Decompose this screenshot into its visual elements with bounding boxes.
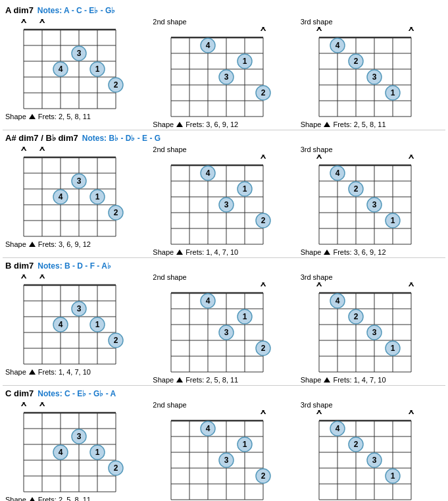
shape-word: Shape [5,240,26,248]
frets-text: Frets: 3, 6, 9, 12 [333,248,386,256]
svg-text:2: 2 [114,463,118,473]
svg-text:3: 3 [224,200,229,209]
svg-text:X: X [408,155,414,161]
svg-text:1: 1 [243,312,247,321]
svg-text:2: 2 [114,208,118,217]
svg-text:4: 4 [335,41,339,50]
diagram-footer: ShapeFrets: 3, 6, 9, 12 [5,240,91,248]
svg-text:3: 3 [77,304,82,313]
shape-word: Shape [5,368,26,376]
diagram-footer: ShapeFrets: 2, 5, 8, 11 [5,113,91,120]
svg-text:2: 2 [353,440,358,449]
diagram-footer: ShapeFrets: 2, 5, 8, 11 [301,120,386,128]
diagram-footer: ShapeFrets: 2, 5, 8, 11 [153,376,238,384]
chord-section-0: A dim7Notes: A - C - E♭ - G♭XX3142ShapeF… [3,3,445,130]
diagram-container: X4132 [153,155,297,247]
shape-block-1: 2nd shapeX4132ShapeFrets: 2, 5, 8, 11 [150,273,297,384]
svg-text:X: X [39,275,45,280]
svg-text:3: 3 [224,456,229,465]
svg-text:X: X [21,147,27,153]
svg-text:X: X [39,147,45,153]
chord-name: B dim7 [5,261,34,271]
svg-text:X: X [39,402,45,408]
diagram-container: X4132 [153,282,297,375]
arrow-up-icon [29,114,36,119]
frets-text: Frets: 2, 5, 8, 11 [333,120,386,128]
svg-text:X: X [21,19,27,25]
svg-text:1: 1 [95,65,100,74]
svg-text:1: 1 [95,320,100,329]
diagram-footer: ShapeFrets: 1, 4, 7, 10 [5,368,91,376]
arrow-up-icon [324,250,330,255]
chord-notes: Notes: A - C - E♭ - G♭ [37,6,115,15]
chord-header: B dim7Notes: B - D - F - A♭ [3,261,445,271]
chord-header: A# dim7 / B♭ dim7Notes: B♭ - D♭ - E - G [3,133,445,143]
svg-text:4: 4 [206,41,211,50]
svg-text:4: 4 [206,296,211,305]
shape-label: 3rd shape [301,401,333,409]
chord-section-3: C dim7Notes: C - E♭ - G♭ - AXX3142ShapeF… [3,386,445,501]
svg-text:4: 4 [59,320,63,329]
page: A dim7Notes: A - C - E♭ - G♭XX3142ShapeF… [0,0,448,501]
shape-block-2: 3rd shapeXX4231ShapeFrets: 3, 6, 9, 12 [298,145,445,256]
svg-text:X: X [316,27,322,33]
shape-label: 3rd shape [301,18,333,26]
diagram-container: XX3142 [5,275,150,367]
shape-word: Shape [153,120,174,128]
shape-word: Shape [301,248,322,256]
diagram-container: XX4231 [301,410,445,501]
svg-text:1: 1 [95,448,100,457]
shape-block-0: XX3142ShapeFrets: 2, 5, 8, 11 [3,401,150,501]
svg-text:3: 3 [77,49,82,58]
chord-header: C dim7Notes: C - E♭ - G♭ - A [3,388,445,398]
svg-text:2: 2 [353,57,358,66]
arrow-up-icon [324,122,330,127]
diagram-container: XX4231 [301,27,445,119]
arrow-up-icon [324,377,330,382]
frets-text: Frets: 3, 6, 9, 12 [38,240,91,248]
shapes-row: XX3142ShapeFrets: 3, 6, 9, 122nd shapeX4… [3,145,445,256]
svg-text:3: 3 [372,328,376,337]
shapes-row: XX3142ShapeFrets: 2, 5, 8, 112nd shapeX4… [3,18,445,128]
svg-text:4: 4 [59,65,63,74]
chord-header: A dim7Notes: A - C - E♭ - G♭ [3,5,445,15]
shape-block-2: 3rd shapeXX4231ShapeFrets: 2, 5, 8, 11 [298,18,445,128]
svg-text:4: 4 [335,296,339,305]
svg-text:4: 4 [206,424,211,433]
shapes-row: XX3142ShapeFrets: 2, 5, 8, 112nd shapeX4… [3,401,445,501]
frets-text: Frets: 1, 4, 7, 10 [38,368,91,376]
svg-text:2: 2 [114,336,118,345]
diagram-container: X4132 [153,410,297,501]
diagram-container: XX3142 [5,402,150,494]
svg-text:3: 3 [77,176,82,186]
svg-text:4: 4 [59,192,63,201]
shape-label: 2nd shape [153,18,186,26]
svg-text:3: 3 [372,72,376,82]
svg-text:X: X [261,155,266,161]
svg-text:1: 1 [390,344,395,353]
arrow-up-icon [176,377,183,382]
frets-text: Frets: 2, 5, 8, 11 [38,113,91,120]
svg-text:2: 2 [261,88,266,97]
svg-text:4: 4 [335,169,339,178]
diagram-container: XX3142 [5,19,150,111]
diagram-footer: ShapeFrets: 1, 4, 7, 10 [301,376,386,384]
svg-text:4: 4 [335,424,339,433]
chord-notes: Notes: C - E♭ - G♭ - A [37,389,116,398]
svg-text:3: 3 [224,72,229,82]
svg-text:1: 1 [243,184,247,194]
svg-text:4: 4 [206,169,211,178]
diagram-footer: ShapeFrets: 3, 6, 9, 12 [153,120,238,128]
frets-text: Frets: 3, 6, 9, 12 [186,120,238,128]
svg-text:4: 4 [59,448,63,457]
svg-text:X: X [261,410,266,416]
chord-name: A# dim7 / B♭ dim7 [5,133,78,143]
svg-text:X: X [261,282,266,288]
diagram-container: XX3142 [5,147,150,239]
diagram-container: XX4231 [301,282,445,375]
frets-text: Frets: 1, 4, 7, 10 [333,376,386,384]
arrow-up-icon [176,122,183,127]
svg-text:1: 1 [390,471,395,481]
shape-word: Shape [301,120,322,128]
svg-text:X: X [39,19,45,25]
